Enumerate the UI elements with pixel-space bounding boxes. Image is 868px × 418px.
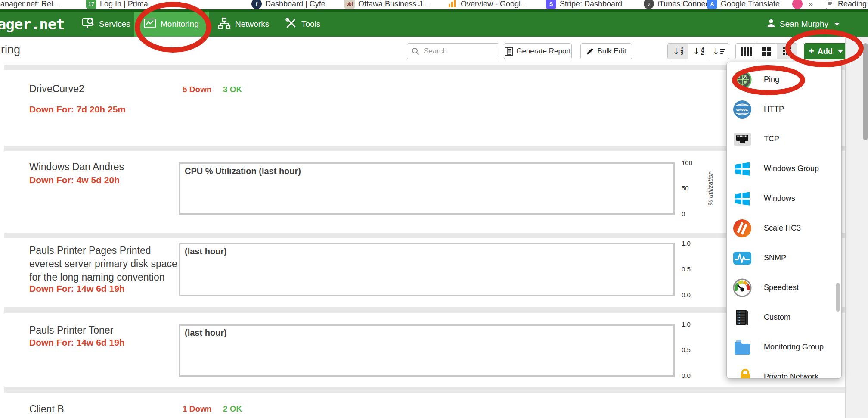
menu-item-label: SNMP xyxy=(764,253,786,262)
app-logo[interactable]: ager.net xyxy=(0,16,65,33)
menu-item-ping[interactable]: Ping xyxy=(727,65,841,94)
y-axis-tick: 50 xyxy=(682,184,689,192)
stripe-bookmark-icon: S xyxy=(546,0,556,9)
sort-alpha-icon: ↓AZ xyxy=(693,46,704,56)
tcp-icon xyxy=(733,130,752,149)
bookmark-label: Log In | Prima... xyxy=(100,0,155,9)
row-separator xyxy=(4,65,845,70)
view-list-button[interactable] xyxy=(777,43,797,59)
page-scrollbar-thumb[interactable] xyxy=(863,43,868,140)
chevron-down-icon xyxy=(834,23,840,26)
chart-title: (last hour) xyxy=(185,328,227,338)
menu-item-tcp[interactable]: TCP xyxy=(727,124,841,154)
sort-alpha-button[interactable]: ↓AZ xyxy=(688,43,709,59)
nav-item-services[interactable]: Services xyxy=(72,12,140,37)
down-count-badge: 1 Down xyxy=(183,404,212,414)
last-hour-chart: (last hour) xyxy=(179,324,675,377)
menu-item-label: Monitoring Group xyxy=(764,343,824,352)
translate-bookmark-icon: A xyxy=(707,0,717,9)
bookmark-item[interactable]: 17 Log In | Prima... xyxy=(86,0,155,9)
menu-item-label: Scale HC3 xyxy=(764,224,801,233)
generate-report-button[interactable]: Generate Report xyxy=(504,43,572,59)
row-separator xyxy=(4,146,845,151)
menu-item-windows-group[interactable]: Windows Group xyxy=(727,154,841,184)
bookmark-item[interactable] xyxy=(792,0,803,9)
menu-item-label: Ping xyxy=(764,75,779,84)
chart-title: CPU % Utilization (last hour) xyxy=(185,166,301,176)
chevron-down-icon xyxy=(838,50,843,53)
bookmark-label: manager.net: Rel... xyxy=(0,0,59,9)
y-axis-tick: 1.0 xyxy=(682,321,691,328)
menu-item-custom[interactable]: Custom xyxy=(727,303,841,332)
monitor-name-line: for the long naming convention xyxy=(29,271,165,284)
tools-icon xyxy=(285,17,297,31)
chart-title: (last hour) xyxy=(185,246,227,256)
y-axis-tick: 1.0 xyxy=(682,240,691,247)
reading-list-bookmark[interactable]: Reading List xyxy=(826,0,868,9)
y-axis-tick: 0.0 xyxy=(682,372,691,379)
menu-item-label: Windows Group xyxy=(764,164,819,173)
y-axis-tick: 100 xyxy=(682,159,692,166)
down-for-text: Down For: 14w 6d 19h xyxy=(29,284,125,294)
nav-item-networks[interactable]: Networks xyxy=(208,12,279,37)
search-input[interactable] xyxy=(423,47,489,56)
pencil-icon xyxy=(586,47,594,55)
pink-bookmark-icon xyxy=(792,0,803,9)
bookmark-item[interactable]: A Google Translate xyxy=(707,0,780,9)
monitor-name-line: everest server primary disk space xyxy=(29,257,177,271)
main-nav-bar: ager.net Services Monitoring Networks xyxy=(0,9,868,37)
grid-large-icon xyxy=(762,47,771,56)
bookmark-label: Google Translate xyxy=(721,0,780,9)
row-separator xyxy=(4,307,845,313)
bookmarks-overflow-chevron[interactable]: » xyxy=(809,0,813,9)
view-grid-large-button[interactable] xyxy=(756,43,777,59)
ok-count-badge: 2 OK xyxy=(223,404,242,414)
nav-item-label: Monitoring xyxy=(161,19,199,29)
menu-item-private-network[interactable]: Private Network xyxy=(727,362,841,379)
bookmark-item[interactable]: obj Ottawa Business J... xyxy=(344,0,429,9)
bookmark-item[interactable]: ♪ iTunes Connect xyxy=(644,0,711,9)
bookmark-label: Dashboard | Cyfe xyxy=(265,0,326,9)
svg-text:www.: www. xyxy=(736,107,748,112)
bookmark-item[interactable]: f Dashboard | Cyfe xyxy=(251,0,326,9)
search-icon xyxy=(412,47,419,55)
monitoring-icon xyxy=(143,18,156,31)
list-view-icon xyxy=(783,47,791,55)
menu-item-label: Speedtest xyxy=(764,283,799,292)
login-bookmark-icon: 17 xyxy=(86,0,96,9)
ping-icon xyxy=(733,70,752,89)
report-icon xyxy=(505,47,513,56)
menu-item-speedtest[interactable]: Speedtest xyxy=(727,273,841,303)
generate-report-label: Generate Report xyxy=(516,47,571,56)
bulk-edit-button[interactable]: Bulk Edit xyxy=(580,43,632,59)
menu-item-monitoring-group[interactable]: Monitoring Group xyxy=(727,332,841,362)
bookmark-item[interactable]: S Stripe: Dashboard xyxy=(546,0,622,9)
menu-item-label: TCP xyxy=(764,134,779,143)
bookmark-item[interactable]: Overview - Googl... xyxy=(447,0,527,9)
nav-item-tools[interactable]: Tools xyxy=(276,12,330,37)
y-axis-tick: 0 xyxy=(682,210,685,218)
bulk-edit-label: Bulk Edit xyxy=(597,47,626,56)
page-icon xyxy=(826,0,834,9)
grid-small-icon xyxy=(741,47,752,56)
nav-item-label: Networks xyxy=(235,19,269,29)
sort-amount-button[interactable]: ↓ xyxy=(709,43,729,59)
windows-icon xyxy=(733,189,752,208)
dropdown-scrollbar-thumb[interactable] xyxy=(836,283,840,312)
speedtest-icon xyxy=(733,278,752,297)
bookmarks-bar: manager.net: Rel... 17 Log In | Prima...… xyxy=(0,0,868,9)
menu-item-scale-hc3[interactable]: Scale HC3 xyxy=(727,213,841,243)
bookmark-item[interactable]: manager.net: Rel... xyxy=(0,0,59,9)
user-menu[interactable]: Sean Murphy xyxy=(767,12,840,37)
sort-numeric-button[interactable]: ↓19 xyxy=(667,43,688,59)
scale-hc3-icon xyxy=(733,219,752,238)
last-hour-chart: (last hour) xyxy=(179,243,675,296)
add-button[interactable]: + Add xyxy=(804,43,848,59)
nav-item-monitoring[interactable]: Monitoring xyxy=(134,12,209,37)
view-grid-small-button[interactable] xyxy=(735,43,756,59)
menu-item-windows[interactable]: Windows xyxy=(727,184,841,213)
menu-item-http[interactable]: www. HTTP xyxy=(727,94,841,124)
menu-item-snmp[interactable]: SNMP xyxy=(727,243,841,273)
ok-count-badge: 3 OK xyxy=(223,85,242,94)
bookmarks-divider xyxy=(821,0,821,9)
